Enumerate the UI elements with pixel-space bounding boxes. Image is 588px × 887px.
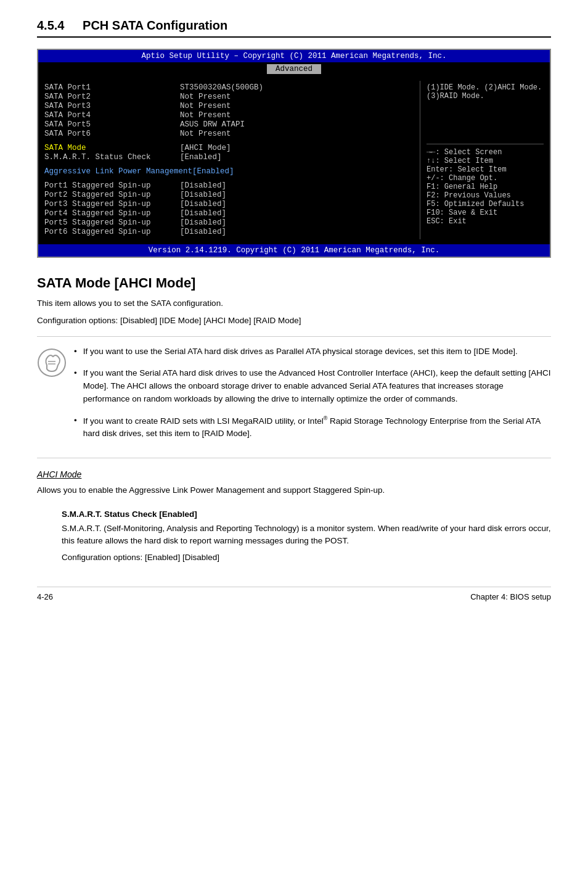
bios-port4-value: Not Present (180, 111, 231, 120)
bios-stagger3-row[interactable]: Port3 Staggered Spin-up [Disabled] (44, 200, 414, 208)
footer-right: Chapter 4: BIOS setup (470, 592, 551, 601)
bios-stagger1-value: [Disabled] (180, 181, 226, 190)
bios-port6-row: SATA Port6 Not Present (44, 130, 414, 138)
bios-tabbar: Advanced (38, 62, 550, 76)
bios-stagger5-row[interactable]: Port5 Staggered Spin-up [Disabled] (44, 218, 414, 227)
bios-advanced-tab: Advanced (267, 64, 321, 74)
bios-content-area: SATA Port1 ST3500320AS(500GB) SATA Port2… (38, 76, 550, 244)
bios-nav-keys: →←: Select Screen ↑↓: Select Item Enter:… (427, 144, 544, 226)
bios-topbar: Aptio Setup Utility – Copyright (C) 2011… (38, 50, 550, 62)
bios-smart-label: S.M.A.R.T. Status Check (44, 153, 180, 162)
bios-nav-key-7: F5: Optimized Defaults (427, 200, 544, 208)
doc-note-content: If you want to use the Serial ATA hard d… (74, 345, 551, 449)
bios-stagger3-value: [Disabled] (180, 200, 226, 208)
bios-stagger1-label: Port1 Staggered Spin-up (44, 181, 180, 190)
bios-aggressive-row: Aggressive Link Power Management[Enabled… (44, 167, 414, 176)
bios-nav-key-3: Enter: Select Item (427, 165, 544, 174)
bios-screenshot: Aptio Setup Utility – Copyright (C) 2011… (37, 49, 551, 258)
bios-sata-mode-label: SATA Mode (44, 144, 180, 152)
bios-stagger5-value: [Disabled] (180, 218, 226, 227)
bios-port2-value: Not Present (180, 93, 231, 101)
bios-nav-key-4: +/-: Change Opt. (427, 174, 544, 183)
bios-help-line1: (1)IDE Mode. (2)AHCI Mode. (427, 83, 544, 92)
bios-nav-key-1: →←: Select Screen (427, 148, 544, 157)
bios-port2-label: SATA Port2 (44, 93, 180, 101)
bios-nav-key-6: F2: Previous Values (427, 191, 544, 200)
bullet-item-2: If you want the Serial ATA hard disk dri… (74, 367, 551, 406)
doc-title: SATA Mode [AHCI Mode] (37, 275, 551, 291)
bios-stagger2-value: [Disabled] (180, 191, 226, 199)
bios-stagger2-label: Port2 Staggered Spin-up (44, 191, 180, 199)
doc-note-box: If you want to use the Serial ATA hard d… (37, 336, 551, 458)
footer-left: 4-26 (37, 592, 53, 601)
doc-section: SATA Mode [AHCI Mode] This item allows y… (37, 275, 551, 562)
bullet-item-3: If you want to create RAID sets with LSI… (74, 415, 551, 440)
bios-stagger6-label: Port6 Staggered Spin-up (44, 228, 180, 236)
ahci-subsection: AHCI Mode Allows you to enable the Aggre… (37, 469, 551, 497)
bios-sidebar-panel: (1)IDE Mode. (2)AHCI Mode. (3)RAID Mode.… (420, 81, 550, 239)
bios-smart-row[interactable]: S.M.A.R.T. Status Check [Enabled] (44, 153, 414, 162)
bios-port5-label: SATA Port5 (44, 120, 180, 129)
bios-stagger4-value: [Disabled] (180, 209, 226, 218)
bios-smart-value: [Enabled] (180, 153, 222, 162)
bios-stagger5-label: Port5 Staggered Spin-up (44, 218, 180, 227)
section-number: 4.5.4 (37, 19, 64, 32)
bios-stagger4-label: Port4 Staggered Spin-up (44, 209, 180, 218)
bios-port4-label: SATA Port4 (44, 111, 180, 120)
bios-nav-key-2: ↑↓: Select Item (427, 157, 544, 165)
bios-sata-mode-row[interactable]: SATA Mode [AHCI Mode] (44, 144, 414, 152)
bios-port3-value: Not Present (180, 102, 231, 110)
bios-port1-label: SATA Port1 (44, 83, 180, 92)
section-title: PCH SATA Configuration (83, 19, 227, 32)
bios-port3-row: SATA Port3 Not Present (44, 102, 414, 110)
bios-port2-row: SATA Port2 Not Present (44, 93, 414, 101)
bios-port6-value: Not Present (180, 130, 231, 138)
registered-mark: ® (324, 415, 328, 421)
smart-para: S.M.A.R.T. (Self-Monitoring, Analysis an… (62, 522, 551, 548)
bios-nav-key-5: F1: General Help (427, 183, 544, 191)
bios-port3-label: SATA Port3 (44, 102, 180, 110)
bios-stagger6-row[interactable]: Port6 Staggered Spin-up [Disabled] (44, 228, 414, 236)
ahci-section-title: AHCI Mode (37, 469, 551, 479)
doc-bullet-list: If you want to use the Serial ATA hard d… (74, 345, 551, 440)
bios-aggressive-label: Aggressive Link Power Management[Enabled… (44, 167, 234, 176)
bios-port6-label: SATA Port6 (44, 130, 180, 138)
bios-port4-row: SATA Port4 Not Present (44, 111, 414, 120)
bios-nav-key-8: F10: Save & Exit (427, 208, 544, 217)
ahci-para: Allows you to enable the Aggressive Link… (37, 484, 551, 497)
bios-stagger1-row[interactable]: Port1 Staggered Spin-up [Disabled] (44, 181, 414, 190)
bios-stagger2-row[interactable]: Port2 Staggered Spin-up [Disabled] (44, 191, 414, 199)
bios-help-line2: (3)RAID Mode. (427, 92, 544, 101)
bios-sata-mode-value: [AHCI Mode] (180, 144, 231, 152)
page-footer: 4-26 Chapter 4: BIOS setup (37, 587, 551, 601)
smart-subsection: S.M.A.R.T. Status Check [Enabled] S.M.A.… (37, 510, 551, 563)
bios-stagger6-value: [Disabled] (180, 228, 226, 236)
bios-port1-value: ST3500320AS(500GB) (180, 83, 263, 92)
warning-icon-svg (37, 348, 67, 377)
bullet-item-1: If you want to use the Serial ATA hard d… (74, 345, 551, 358)
bios-port1-row: SATA Port1 ST3500320AS(500GB) (44, 83, 414, 92)
svg-point-0 (38, 349, 65, 376)
bios-stagger4-row[interactable]: Port4 Staggered Spin-up [Disabled] (44, 209, 414, 218)
bios-bottombar: Version 2.14.1219. Copyright (C) 2011 Am… (38, 244, 550, 257)
smart-options: Configuration options: [Enabled] [Disabl… (62, 553, 551, 562)
bios-main-panel: SATA Port1 ST3500320AS(500GB) SATA Port2… (38, 81, 420, 239)
bios-nav-key-9: ESC: Exit (427, 217, 544, 226)
doc-options: Configuration options: [Disabled] [IDE M… (37, 316, 551, 325)
note-icon (37, 348, 74, 382)
doc-para1: This item allows you to set the SATA con… (37, 297, 551, 310)
section-heading: 4.5.4 PCH SATA Configuration (37, 19, 551, 38)
bios-stagger3-label: Port3 Staggered Spin-up (44, 200, 180, 208)
bios-port5-row: SATA Port5 ASUS DRW ATAPI (44, 120, 414, 129)
bios-port5-value: ASUS DRW ATAPI (180, 120, 245, 129)
smart-section-title: S.M.A.R.T. Status Check [Enabled] (62, 510, 551, 519)
